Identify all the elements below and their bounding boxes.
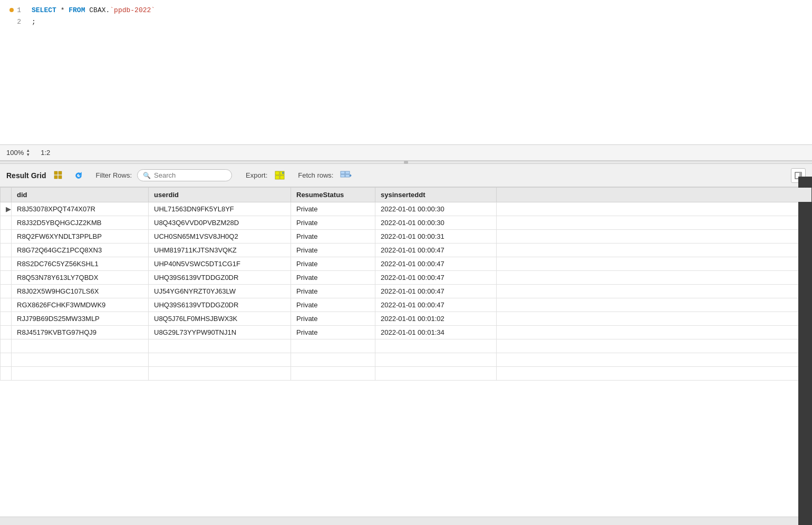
empty-cell bbox=[1, 339, 12, 353]
svg-rect-11 bbox=[341, 171, 345, 174]
table-row[interactable]: R8J02X5W9HGC107LS6XUJ54YG6NYRZT0YJ63LWPr… bbox=[1, 285, 812, 298]
semicolon: ; bbox=[32, 18, 36, 26]
empty-cell bbox=[291, 353, 375, 367]
cell-userdid: UHP40N5VSWC5DT1CG1F bbox=[149, 257, 291, 271]
row-arrow-cell bbox=[1, 326, 12, 339]
refresh-button[interactable] bbox=[71, 168, 86, 183]
cell-userdid: U8G29L73YYPW90TNJ1N bbox=[149, 326, 291, 339]
row-arrow-cell bbox=[1, 285, 12, 298]
result-toolbar: Result Grid Filter Rows: 🔍 Export: bbox=[0, 164, 812, 187]
cursor-position: 1:2 bbox=[41, 149, 50, 157]
search-input[interactable] bbox=[154, 171, 223, 179]
cell-extra bbox=[497, 257, 812, 271]
table-row[interactable]: R8G72Q64GCZ1PCQ8XN3UHM819711KJTSN3VQKZPr… bbox=[1, 244, 812, 257]
table-row[interactable]: R8Q53N78Y613LY7QBDXUHQ39S6139VTDDGZ0DRPr… bbox=[1, 271, 812, 285]
table-row[interactable]: R8S2DC76C5YZ56KSHL1UHP40N5VSWC5DT1CG1FPr… bbox=[1, 257, 812, 271]
cell-status: Private bbox=[291, 326, 375, 339]
svg-rect-3 bbox=[59, 176, 62, 179]
row-arrow-cell: ▶ bbox=[1, 202, 12, 216]
svg-rect-13 bbox=[341, 174, 345, 177]
cell-dt: 2022-01-01 00:00:31 bbox=[375, 230, 497, 244]
svg-rect-7 bbox=[280, 176, 284, 179]
search-box[interactable]: 🔍 bbox=[137, 169, 232, 181]
cell-dt: 2022-01-01 00:01:02 bbox=[375, 312, 497, 326]
cell-userdid: UJ54YG6NYRZT0YJ63LW bbox=[149, 285, 291, 298]
cell-dt: 2022-01-01 00:00:30 bbox=[375, 202, 497, 216]
empty-cell bbox=[375, 367, 497, 381]
editor-line-1: SELECT * FROM CBAX.`ppdb-2022` bbox=[32, 4, 807, 16]
table-body: ▶R8J53078XPQT474X07RUHL71563DN9FK5YL8YFP… bbox=[1, 202, 812, 381]
grid-view-button[interactable] bbox=[51, 168, 66, 183]
table-row[interactable]: RJJ79B69DS25MW33MLPU8Q5J76LF0MHSJBWX3KPr… bbox=[1, 312, 812, 326]
cell-dt: 2022-01-01 00:00:47 bbox=[375, 298, 497, 312]
horizontal-scrollbar[interactable] bbox=[0, 517, 812, 525]
table-row[interactable]: ▶R8J53078XPQT474X07RUHL71563DN9FK5YL8YFP… bbox=[1, 202, 812, 216]
cell-status: Private bbox=[291, 298, 375, 312]
cell-userdid: UCH0SN65M1VSV8JH0Q2 bbox=[149, 230, 291, 244]
table-row[interactable]: R8J45179KVBTG97HQJ9U8G29L73YYPW90TNJ1NPr… bbox=[1, 326, 812, 339]
cell-status: Private bbox=[291, 202, 375, 216]
empty-cell bbox=[12, 339, 149, 353]
cell-status: Private bbox=[291, 285, 375, 298]
cell-dt: 2022-01-01 00:00:47 bbox=[375, 244, 497, 257]
header-arrow-col bbox=[1, 188, 12, 202]
fetch-rows-button[interactable] bbox=[339, 168, 353, 183]
grid-icon bbox=[54, 171, 63, 180]
result-grid-container[interactable]: did userdid ResumeStatus sysinserteddt ▶… bbox=[0, 187, 812, 517]
editor-content[interactable]: 1 2 SELECT * FROM CBAX.`ppdb-2022` ; bbox=[0, 0, 812, 144]
cell-extra bbox=[497, 271, 812, 285]
search-icon: 🔍 bbox=[143, 172, 151, 179]
zoom-spinner[interactable]: ▲ ▼ bbox=[26, 149, 30, 157]
table-row[interactable]: RGX8626FCHKF3WMDWK9UHQ39S6139VTDDGZ0DRPr… bbox=[1, 298, 812, 312]
cell-userdid: UHQ39S6139VTDDGZ0DR bbox=[149, 298, 291, 312]
table-row[interactable]: R8J32D5YBQHGCJZ2KMBU8Q43Q6VVD0PVBZM28DPr… bbox=[1, 216, 812, 230]
zoom-value: 100% bbox=[6, 149, 24, 157]
row-arrow-cell bbox=[1, 244, 12, 257]
row-arrow-cell bbox=[1, 312, 12, 326]
svg-rect-12 bbox=[345, 171, 350, 174]
cell-userdid: U8Q43Q6VVD0PVBZM28D bbox=[149, 216, 291, 230]
row-arrow-cell bbox=[1, 216, 12, 230]
cell-extra bbox=[497, 298, 812, 312]
cell-userdid: UHL71563DN9FK5YL8YF bbox=[149, 202, 291, 216]
cell-did: R8Q53N78Y613LY7QBDX bbox=[12, 271, 149, 285]
empty-cell bbox=[291, 339, 375, 353]
cell-status: Private bbox=[291, 244, 375, 257]
cell-extra bbox=[497, 312, 812, 326]
cell-status: Private bbox=[291, 271, 375, 285]
cell-userdid: UHQ39S6139VTDDGZ0DR bbox=[149, 271, 291, 285]
cell-dt: 2022-01-01 00:00:47 bbox=[375, 257, 497, 271]
line-numbers: 1 2 bbox=[0, 4, 26, 140]
export-icon bbox=[275, 171, 285, 180]
header-resumestatus: ResumeStatus bbox=[291, 188, 375, 202]
svg-rect-1 bbox=[59, 171, 62, 174]
kw-space bbox=[56, 6, 61, 14]
result-area: Result Grid Filter Rows: 🔍 Export: bbox=[0, 164, 812, 525]
kw-space3 bbox=[85, 6, 89, 14]
cell-extra bbox=[497, 230, 812, 244]
cell-did: R8S2DC76C5YZ56KSHL1 bbox=[12, 257, 149, 271]
result-table: did userdid ResumeStatus sysinserteddt ▶… bbox=[0, 187, 812, 381]
kw-select: SELECT bbox=[32, 6, 56, 14]
svg-rect-6 bbox=[275, 176, 279, 179]
cell-extra bbox=[497, 285, 812, 298]
table-row[interactable]: R8Q2FW6XYNDLT3PPLBPUCH0SN65M1VSV8JH0Q2Pr… bbox=[1, 230, 812, 244]
cell-did: RGX8626FCHKF3WMDWK9 bbox=[12, 298, 149, 312]
cell-status: Private bbox=[291, 312, 375, 326]
empty-cell bbox=[291, 367, 375, 381]
zoom-control[interactable]: 100% ▲ ▼ bbox=[6, 149, 30, 157]
editor-lines[interactable]: SELECT * FROM CBAX.`ppdb-2022` ; bbox=[26, 4, 812, 140]
header-extra bbox=[497, 188, 812, 202]
table-name: `ppdb-2022` bbox=[110, 6, 155, 14]
cell-did: R8J02X5W9HGC107LS6X bbox=[12, 285, 149, 298]
cell-userdid: UHM819711KJTSN3VQKZ bbox=[149, 244, 291, 257]
cell-dt: 2022-01-01 00:00:30 bbox=[375, 216, 497, 230]
cell-extra bbox=[497, 244, 812, 257]
export-button[interactable] bbox=[273, 168, 287, 183]
cell-extra bbox=[497, 326, 812, 339]
row-arrow-cell bbox=[1, 230, 12, 244]
cell-did: RJJ79B69DS25MW33MLP bbox=[12, 312, 149, 326]
cell-userdid: U8Q5J76LF0MHSJBWX3K bbox=[149, 312, 291, 326]
zoom-down-icon[interactable]: ▼ bbox=[26, 153, 30, 157]
cell-extra bbox=[497, 202, 812, 216]
